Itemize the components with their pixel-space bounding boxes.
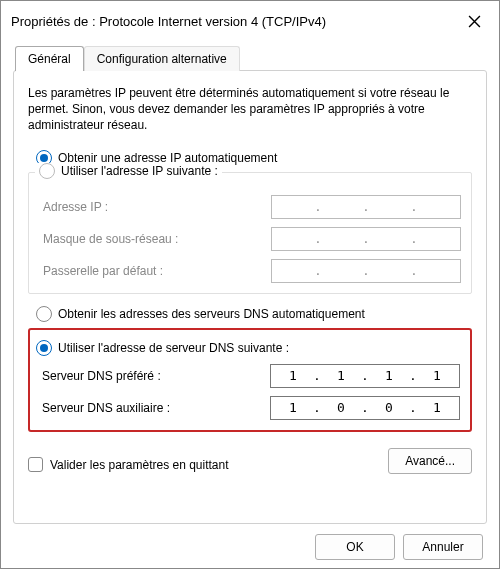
validate-checkbox-row[interactable]: Valider les paramètres en quittant xyxy=(28,457,229,472)
panel-bottom: Valider les paramètres en quittant Avanc… xyxy=(28,448,472,474)
radio-dns-manual[interactable]: Utiliser l'adresse de serveur DNS suivan… xyxy=(36,340,460,356)
ip-mask-input: ... xyxy=(271,227,461,251)
ip-address-label: Adresse IP : xyxy=(43,200,271,214)
tab-general[interactable]: Général xyxy=(15,46,84,71)
dns-manual-group: Utiliser l'adresse de serveur DNS suivan… xyxy=(28,328,472,432)
dns-grid: Serveur DNS préféré : 1. 1. 1. 1 Serveur… xyxy=(42,364,460,420)
dialog-window: Propriétés de : Protocole Internet versi… xyxy=(0,0,500,569)
validate-label: Valider les paramètres en quittant xyxy=(50,458,229,472)
dns-alt-oct2: 0 xyxy=(327,400,355,415)
dns-pref-oct1: 1 xyxy=(279,368,307,383)
dns-alt-oct1: 1 xyxy=(279,400,307,415)
dns-alternate-label: Serveur DNS auxiliaire : xyxy=(42,401,270,415)
validate-checkbox[interactable] xyxy=(28,457,43,472)
dns-alt-oct3: 0 xyxy=(375,400,403,415)
radio-dns-auto-label: Obtenir les adresses des serveurs DNS au… xyxy=(58,307,365,321)
dns-alt-oct4: 1 xyxy=(423,400,451,415)
ip-manual-group: Utiliser l'adresse IP suivante : Adresse… xyxy=(28,172,472,294)
close-icon xyxy=(468,15,481,28)
ip-grid: Adresse IP : ... Masque de sous-réseau :… xyxy=(43,195,461,283)
radio-icon xyxy=(36,306,52,322)
ip-gateway-input: ... xyxy=(271,259,461,283)
ip-gateway-label: Passerelle par défaut : xyxy=(43,264,271,278)
radio-icon xyxy=(36,340,52,356)
tab-panel-general: Les paramètres IP peuvent être déterminé… xyxy=(13,70,487,524)
tab-strip: Général Configuration alternative xyxy=(13,41,487,70)
dns-alternate-input[interactable]: 1. 0. 0. 1 xyxy=(270,396,460,420)
dns-preferred-label: Serveur DNS préféré : xyxy=(42,369,270,383)
dns-pref-oct2: 1 xyxy=(327,368,355,383)
advanced-button[interactable]: Avancé... xyxy=(388,448,472,474)
dns-pref-oct4: 1 xyxy=(423,368,451,383)
dns-preferred-input[interactable]: 1. 1. 1. 1 xyxy=(270,364,460,388)
radio-dns-manual-label: Utiliser l'adresse de serveur DNS suivan… xyxy=(58,341,289,355)
cancel-button[interactable]: Annuler xyxy=(403,534,483,560)
ok-button[interactable]: OK xyxy=(315,534,395,560)
ip-address-input: ... xyxy=(271,195,461,219)
dialog-buttons: OK Annuler xyxy=(13,524,487,562)
intro-text: Les paramètres IP peuvent être déterminé… xyxy=(28,85,472,134)
radio-ip-manual[interactable] xyxy=(39,163,55,179)
titlebar: Propriétés de : Protocole Internet versi… xyxy=(1,1,499,41)
ip-mask-label: Masque de sous-réseau : xyxy=(43,232,271,246)
radio-ip-manual-label: Utiliser l'adresse IP suivante : xyxy=(61,164,218,178)
close-button[interactable] xyxy=(459,6,489,36)
tab-alternative[interactable]: Configuration alternative xyxy=(84,46,240,71)
content: Général Configuration alternative Les pa… xyxy=(1,41,499,568)
window-title: Propriétés de : Protocole Internet versi… xyxy=(11,14,459,29)
dns-pref-oct3: 1 xyxy=(375,368,403,383)
radio-dns-auto[interactable]: Obtenir les adresses des serveurs DNS au… xyxy=(36,306,472,322)
